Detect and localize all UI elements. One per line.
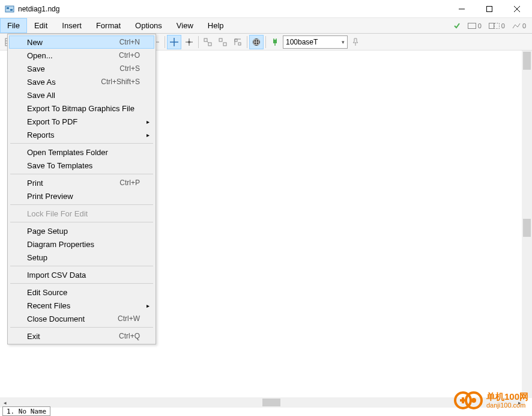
svg-rect-44 [208,43,211,46]
watermark-logo: 单机100网 danji100.com [454,388,528,412]
horizontal-scrollbar[interactable]: ◂ ▸ [0,397,525,408]
svg-rect-2 [10,9,13,11]
tb-pushpin-icon[interactable] [348,35,363,49]
svg-rect-49 [238,43,241,45]
window-controls [448,0,531,18]
svg-rect-57 [273,40,277,43]
status-links: 0 [486,22,507,29]
menuitem-save-to-templates[interactable]: Save To Templates [9,159,154,172]
menuitem-edit-source[interactable]: Edit Source [9,286,154,299]
chevron-down-icon: ▾ [342,39,345,45]
close-button[interactable] [503,0,531,18]
submenu-arrow-icon: ▸ [147,118,150,125]
menu-options[interactable]: Options [128,18,169,33]
menu-view[interactable]: View [169,18,201,33]
svg-rect-8 [489,23,494,28]
menuitem-open[interactable]: Open...Ctrl+O [9,49,154,62]
scrollbar-thumb[interactable] [523,219,531,237]
menuitem-save-as[interactable]: Save AsCtrl+Shift+S [9,75,154,88]
menuitem-setup[interactable]: Setup [9,251,154,264]
menuitem-export-to-pdf[interactable]: Export To PDF▸ [9,115,154,128]
tb-group-icon[interactable] [201,35,215,49]
menu-insert[interactable]: Insert [55,18,89,33]
tb-align-icon[interactable] [231,35,245,49]
line-type-value: 100baseT [286,38,318,46]
svg-point-38 [188,41,190,43]
watermark-text-url: danji100.com [486,402,528,409]
menuitem-save-all[interactable]: Save All [9,88,154,102]
menuitem-exit[interactable]: ExitCtrl+Q [9,329,154,343]
submenu-arrow-icon: ▸ [147,132,150,138]
menuitem-reports[interactable]: Reports▸ [9,128,154,141]
menu-format[interactable]: Format [89,18,128,33]
tb-grid-icon[interactable] [249,35,264,49]
status-nodes: 0 [465,22,484,29]
svg-line-45 [207,41,208,43]
svg-point-64 [471,398,476,403]
app-icon [5,4,14,14]
svg-rect-9 [494,23,499,28]
tb-ungroup-icon[interactable] [216,35,230,49]
titlebar: netdiag1.ndg [0,0,532,18]
minimize-button[interactable] [448,0,476,18]
status-check [451,22,463,29]
menuitem-save[interactable]: SaveCtrl+S [9,62,154,75]
menubar: FileEditInsertFormatOptionsViewHelp 0 0 … [0,18,532,34]
menuitem-lock-file-for-edit: Lock File For Edit [9,207,154,220]
menubar-status: 0 0 0 [451,18,532,33]
svg-rect-48 [235,39,237,41]
submenu-arrow-icon: ▸ [147,302,150,309]
menu-edit[interactable]: Edit [27,18,55,33]
watermark-text-cn: 单机100网 [486,392,528,402]
sheet-tab-1[interactable]: 1. No Name [2,406,50,416]
maximize-button[interactable] [476,0,503,18]
menuitem-page-setup[interactable]: Page Setup [9,224,154,237]
menu-file[interactable]: File [0,18,27,33]
file-menu-dropdown: NewCtrl+NOpen...Ctrl+OSaveCtrl+SSave AsC… [7,34,156,344]
menuitem-open-templates-folder[interactable]: Open Templates Folder [9,145,154,159]
menuitem-diagram-properties[interactable]: Diagram Properties [9,237,154,251]
scrollbar-thumb[interactable] [262,399,280,406]
menuitem-print-preview[interactable]: Print Preview [9,189,154,203]
menuitem-close-document[interactable]: Close DocumentCtrl+W [9,312,154,325]
svg-rect-43 [204,38,207,41]
window-title: netdiag1.ndg [18,5,448,13]
svg-rect-1 [7,7,9,9]
menuitem-export-to-bitmap-graphics-file[interactable]: Export To Bitmap Graphics File [9,102,154,115]
scrollbar-thumb[interactable] [523,52,531,70]
tb-anchor-icon[interactable] [182,35,196,49]
vertical-scrollbar[interactable] [522,50,532,398]
line-type-combo[interactable]: 100baseT ▾ [283,35,348,49]
svg-rect-46 [219,38,222,41]
menuitem-import-csv-data[interactable]: Import CSV Data [9,268,154,281]
svg-rect-47 [223,43,226,46]
menu-help[interactable]: Help [201,18,231,33]
tb-snap-icon[interactable] [167,35,181,49]
tb-plug-icon[interactable] [268,35,282,49]
svg-rect-7 [468,23,476,28]
menuitem-recent-files[interactable]: Recent Files▸ [9,299,154,312]
status-lines: 0 [510,22,528,29]
sheet-tabs: 1. No Name [2,406,50,416]
menuitem-print[interactable]: PrintCtrl+P [9,176,154,189]
menuitem-new[interactable]: NewCtrl+N [9,35,154,49]
svg-rect-4 [487,6,492,11]
